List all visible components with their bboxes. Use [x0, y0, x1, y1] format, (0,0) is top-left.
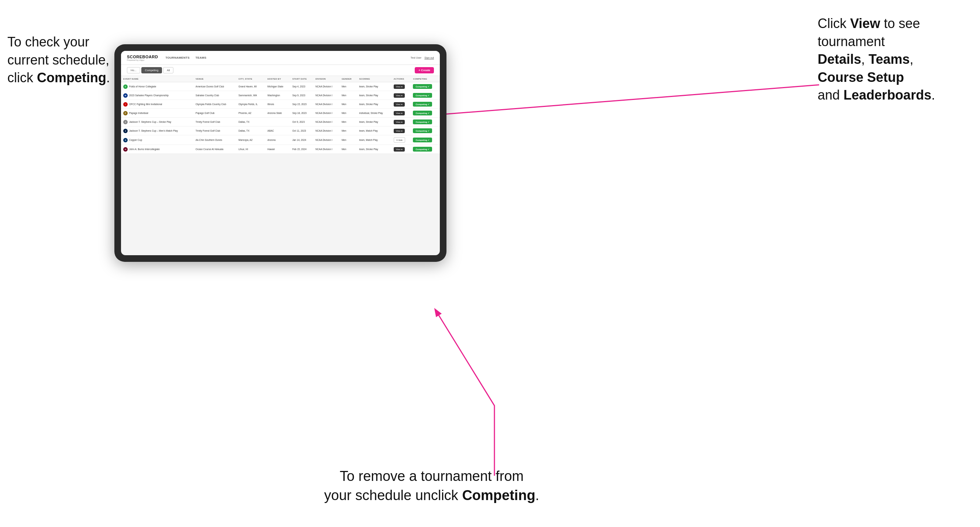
gender-cell: Men	[339, 145, 357, 154]
event-name-cell: HJohn A. Burns Intercollegiate	[121, 145, 193, 154]
hosted-cell	[265, 117, 290, 127]
division-cell: NCAA Division I	[313, 117, 339, 127]
city-cell: Dallas, TX	[236, 117, 265, 127]
competing-cell: Competing ✓	[410, 117, 440, 127]
tablet-screen: SCOREBOARD Powered by clippi TOURNAMENTS…	[121, 51, 440, 255]
event-name-cell: JJackson T. Stephens Cup – Stroke Play	[121, 117, 193, 127]
table-row: FFolds of Honor CollegiateAmerican Dunes…	[121, 82, 440, 91]
actions-cell: View ●	[391, 100, 411, 109]
city-cell: Phoenix, AZ	[236, 109, 265, 117]
hosted-cell: Arizona	[265, 135, 290, 145]
scoring-cell: team, Match Play	[357, 127, 391, 135]
nav-tournaments[interactable]: TOURNAMENTS	[165, 56, 189, 59]
scoring-cell: team, Match Play	[357, 135, 391, 145]
col-event-name: EVENT NAME	[121, 76, 193, 82]
event-name-text: Jackson T. Stephens Cup – Men's Match Pl…	[129, 129, 178, 132]
table-row: ACopper CupAk-Chin Southern DunesMaricop…	[121, 135, 440, 145]
start-date-cell: Feb 15, 2024	[290, 145, 313, 154]
gender-cell: Men	[339, 135, 357, 145]
hosted-cell: Arizona State	[265, 109, 290, 117]
view-button[interactable]: View ●	[394, 93, 405, 98]
tab-competing[interactable]: Competing	[141, 67, 162, 73]
edit-button[interactable]: ✏ Edit	[394, 137, 405, 143]
gender-cell: Men	[339, 117, 357, 127]
hosted-cell: ABAC	[265, 127, 290, 135]
sign-out-link[interactable]: Sign out	[424, 56, 434, 59]
start-date-cell: Oct 9, 2023	[290, 117, 313, 127]
gender-cell: Men	[339, 82, 357, 91]
actions-cell: View ●	[391, 109, 411, 117]
scoring-cell: team, Stroke Play	[357, 82, 391, 91]
event-name-text: Folds of Honor Collegiate	[129, 85, 156, 88]
competing-button[interactable]: Competing ✓	[413, 111, 432, 116]
view-button[interactable]: View ●	[394, 111, 405, 116]
competing-button[interactable]: Competing ✓	[413, 119, 432, 124]
competing-cell: Competing ✓	[410, 100, 440, 109]
competing-button[interactable]: Competing ✓	[413, 147, 432, 152]
hosted-cell: Michigan State	[265, 82, 290, 91]
table-row: IOFCC Fighting Illini InvitationalOlympi…	[121, 100, 440, 109]
tab-all[interactable]: All	[163, 67, 173, 73]
city-cell: Lihue, HI	[236, 145, 265, 154]
venue-cell: Ocean Course At Hokuala	[193, 145, 236, 154]
competing-button[interactable]: Competing ✓	[413, 84, 432, 89]
event-name-text: Copper Cup	[129, 139, 142, 141]
scoring-cell: team, Stroke Play	[357, 100, 391, 109]
division-cell: NCAA Division I	[313, 100, 339, 109]
table-container[interactable]: EVENT NAME VENUE CITY, STATE HOSTED BY S…	[121, 76, 440, 253]
view-button[interactable]: View ●	[394, 120, 405, 124]
city-cell: Dallas, TX	[236, 127, 265, 135]
start-date-cell: Sep 9, 2023	[290, 91, 313, 100]
competing-button[interactable]: Competing ✓	[413, 129, 432, 133]
city-cell: Sammamish, WA	[236, 91, 265, 100]
col-scoring: SCORING	[357, 76, 391, 82]
table-row: W2023 Sahalee Players ChampionshipSahale…	[121, 91, 440, 100]
division-cell: NCAA Division I	[313, 127, 339, 135]
col-division: DIVISION	[313, 76, 339, 82]
competing-button[interactable]: Competing ✓	[413, 102, 432, 106]
col-actions: ACTIONS	[391, 76, 411, 82]
annotation-bottom: To remove a tournament from your schedul…	[302, 467, 561, 505]
view-button[interactable]: View ●	[394, 147, 405, 152]
view-button[interactable]: View ●	[394, 84, 405, 89]
create-button[interactable]: + Create	[415, 67, 434, 73]
actions-cell: View ●	[391, 145, 411, 154]
nav-teams[interactable]: TEAMS	[196, 56, 207, 59]
competing-cell: Competing ✓	[410, 135, 440, 145]
venue-cell: Trinity Forest Golf Club	[193, 117, 236, 127]
view-button[interactable]: View ●	[394, 102, 405, 106]
annotation-top-right: Click View to see tournament Details, Te…	[818, 15, 973, 104]
event-name-text: 2023 Sahalee Players Championship	[129, 94, 169, 97]
event-name-text: Jackson T. Stephens Cup – Stroke Play	[129, 121, 171, 123]
scoring-cell: team, Stroke Play	[357, 117, 391, 127]
event-name-cell: W2023 Sahalee Players Championship	[121, 91, 193, 100]
venue-cell: Sahalee Country Club	[193, 91, 236, 100]
city-cell: Maricopa, AZ	[236, 135, 265, 145]
event-name-cell: IOFCC Fighting Illini Invitational	[121, 100, 193, 109]
col-hosted: HOSTED BY	[265, 76, 290, 82]
event-name-cell: ACopper Cup	[121, 135, 193, 145]
view-button[interactable]: View ●	[394, 129, 405, 133]
user-text: Test User	[410, 56, 422, 59]
col-start: START DATE	[290, 76, 313, 82]
actions-cell: View ●	[391, 127, 411, 135]
table-row: PPapago IndividualPapago Golf ClubPhoeni…	[121, 109, 440, 117]
competing-cell: Competing ✓	[410, 82, 440, 91]
scoring-cell: team, Stroke Play	[357, 91, 391, 100]
competing-button[interactable]: Competing ✓	[413, 93, 432, 98]
venue-cell: Ak-Chin Southern Dunes	[193, 135, 236, 145]
brand-sub: Powered by clippi	[127, 59, 158, 61]
event-name-cell: FFolds of Honor Collegiate	[121, 82, 193, 91]
tab-home[interactable]: Ho...	[127, 67, 140, 73]
hosted-cell: Illinois	[265, 100, 290, 109]
competing-button[interactable]: Competing ✓	[413, 138, 432, 142]
actions-cell: View ●	[391, 117, 411, 127]
toolbar: Ho... Competing All + Create	[121, 65, 440, 76]
event-name-text: OFCC Fighting Illini Invitational	[129, 103, 162, 105]
table-row: JJackson T. Stephens Cup – Stroke PlayTr…	[121, 117, 440, 127]
gender-cell: Men	[339, 91, 357, 100]
col-venue: VENUE	[193, 76, 236, 82]
table-row: HJohn A. Burns IntercollegiateOcean Cour…	[121, 145, 440, 154]
gender-cell: Men	[339, 127, 357, 135]
division-cell: NCAA Division I	[313, 109, 339, 117]
